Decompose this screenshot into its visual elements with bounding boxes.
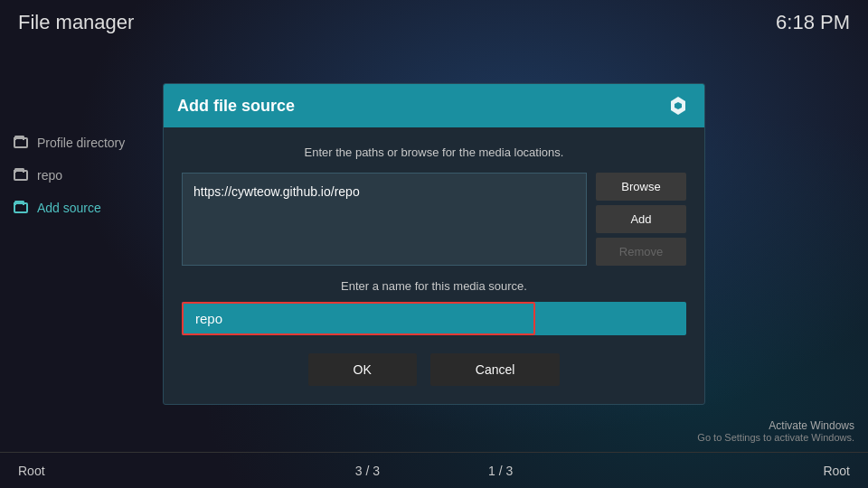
add-button[interactable]: Add (596, 205, 686, 233)
ok-button[interactable]: OK (308, 353, 417, 386)
dialog-header: Add file source (164, 84, 704, 127)
remove-button[interactable]: Remove (596, 238, 686, 266)
add-file-source-dialog: Add file source Enter the paths or brows… (163, 83, 705, 405)
browse-button[interactable]: Browse (596, 173, 686, 201)
dialog-title: Add file source (177, 97, 295, 116)
dialog-body: Enter the paths or browse for the media … (164, 127, 704, 404)
source-url: https://cywteow.github.io/repo (193, 184, 360, 199)
source-action-buttons: Browse Add Remove (596, 173, 686, 266)
kodi-logo (665, 93, 691, 118)
name-input[interactable] (182, 302, 686, 335)
cancel-button[interactable]: Cancel (430, 353, 561, 386)
source-path-display[interactable]: https://cywteow.github.io/repo (182, 173, 587, 266)
name-input-wrapper (182, 302, 686, 335)
dialog-actions: OK Cancel (182, 353, 686, 386)
path-instruction: Enter the paths or browse for the media … (182, 145, 686, 159)
source-row: https://cywteow.github.io/repo Browse Ad… (182, 173, 686, 266)
name-instruction: Enter a name for this media source. (182, 279, 686, 293)
modal-overlay: Add file source Enter the paths or brows… (0, 0, 868, 488)
